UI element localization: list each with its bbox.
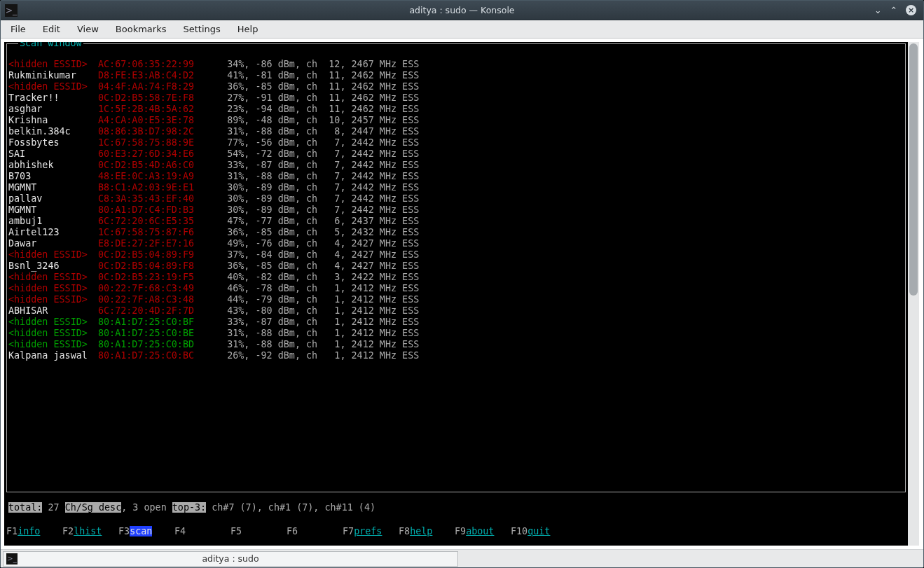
network-row[interactable]: Airtel123 1C:67:58:75:87:F6 36%, -85 dBm…	[8, 227, 904, 238]
summary-sort: Ch/Sg desc	[65, 502, 122, 513]
essid: MGMNT	[8, 205, 98, 216]
network-stats: 27%, -91 dBm, ch 11, 2462 MHz ESS	[210, 92, 419, 103]
network-stats: 31%, -88 dBm, ch 1, 2412 MHz ESS	[210, 339, 419, 349]
network-row[interactable]: <hidden ESSID> 00:22:7F:A8:C3:48 44%, -7…	[8, 294, 904, 305]
network-row[interactable]: B703 48:EE:0C:A3:19:A9 31%, -88 dBm, ch …	[8, 171, 904, 182]
minimize-button[interactable]: ⌄	[874, 5, 881, 15]
network-stats: 89%, -48 dBm, ch 10, 2457 MHz ESS	[210, 115, 419, 125]
network-row[interactable]: asghar 1C:5F:2B:4B:5A:62 23%, -94 dBm, c…	[8, 104, 904, 115]
f10-quit[interactable]: F10quit	[511, 526, 567, 537]
network-stats: 37%, -84 dBm, ch 4, 2427 MHz ESS	[210, 249, 419, 260]
terminal[interactable]: Scan window <hidden ESSID> AC:67:06:35:2…	[4, 42, 908, 546]
network-row[interactable]: <hidden ESSID> 0C:D2:B5:04:89:F9 37%, -8…	[8, 249, 904, 261]
network-row[interactable]: <hidden ESSID> 04:4F:AA:74:F8:29 36%, -8…	[8, 81, 904, 92]
essid: SAI	[8, 148, 98, 160]
essid: ABHISAR	[8, 305, 98, 317]
network-stats: 49%, -76 dBm, ch 4, 2427 MHz ESS	[210, 238, 419, 249]
maximize-button[interactable]: ⌃	[890, 5, 897, 15]
network-stats: 31%, -88 dBm, ch 1, 2412 MHz ESS	[210, 328, 419, 338]
f2-lhist[interactable]: F2lhist	[62, 526, 118, 537]
summary-total-value: 27	[42, 502, 64, 513]
tab-title: aditya : sudo	[202, 553, 258, 564]
f1-info[interactable]: F1info	[6, 526, 62, 537]
network-row[interactable]: <hidden ESSID> 80:A1:D7:25:C0:BE 31%, -8…	[8, 328, 904, 339]
menu-help[interactable]: Help	[229, 22, 267, 36]
mac-address: E8:DE:27:2F:E7:16	[98, 238, 210, 249]
network-stats: 36%, -85 dBm, ch 11, 2462 MHz ESS	[210, 81, 419, 92]
f7-prefs[interactable]: F7prefs	[343, 526, 399, 537]
f3-scan[interactable]: F3scan	[118, 526, 174, 537]
mac-address: 0C:D2:B5:23:19:F5	[98, 272, 210, 283]
network-row[interactable]: Bsnl_3246 0C:D2:B5:04:89:F8 36%, -85 dBm…	[8, 261, 904, 272]
network-stats: 30%, -89 dBm, ch 7, 2442 MHz ESS	[210, 193, 419, 204]
network-stats: 43%, -80 dBm, ch 1, 2412 MHz ESS	[210, 305, 419, 316]
mac-address: 0C:D2:B5:4D:A6:C0	[98, 160, 210, 171]
network-row[interactable]: Fossbytes 1C:67:58:75:88:9E 77%, -56 dBm…	[8, 137, 904, 148]
scrollbar[interactable]	[908, 42, 919, 546]
f9-about[interactable]: F9about	[455, 526, 511, 537]
network-row[interactable]: <hidden ESSID> 00:22:7F:68:C3:49 46%, -7…	[8, 283, 904, 294]
essid: <hidden ESSID>	[8, 328, 98, 339]
f8-help[interactable]: F8help	[399, 526, 455, 537]
essid: Kalpana jaswal	[8, 350, 98, 361]
essid: <hidden ESSID>	[8, 317, 98, 328]
menubar: File Edit View Bookmarks Settings Help	[1, 20, 923, 39]
mac-address: 1C:67:58:75:88:9E	[98, 137, 210, 148]
mac-address: 6C:72:20:4D:2F:7D	[98, 305, 210, 317]
network-stats: 30%, -89 dBm, ch 7, 2442 MHz ESS	[210, 205, 419, 215]
network-row[interactable]: Dawar E8:DE:27:2F:E7:16 49%, -76 dBm, ch…	[8, 238, 904, 249]
f5[interactable]: F5	[230, 526, 287, 537]
network-stats: 31%, -88 dBm, ch 8, 2447 MHz ESS	[210, 126, 419, 137]
essid: Rukminikumar	[8, 70, 98, 81]
mac-address: 80:A1:D7:25:C0:BC	[98, 350, 210, 361]
network-row[interactable]: abhishek 0C:D2:B5:4D:A6:C0 33%, -87 dBm,…	[8, 160, 904, 171]
scrollbar-thumb[interactable]	[909, 43, 918, 296]
menu-edit[interactable]: Edit	[34, 22, 69, 36]
menu-view[interactable]: View	[69, 22, 107, 36]
titlebar[interactable]: >_ aditya : sudo — Konsole ⌄ ⌃ ×	[1, 1, 923, 20]
network-row[interactable]: ambuj1 6C:72:20:6C:E5:35 47%, -77 dBm, c…	[8, 216, 904, 227]
mac-address: C8:3A:35:43:EF:40	[98, 193, 210, 205]
summary-total-label: total:	[8, 502, 42, 513]
network-row[interactable]: Rukminikumar D8:FE:E3:AB:C4:D2 41%, -81 …	[8, 70, 904, 81]
mac-address: 08:86:3B:D7:98:2C	[98, 126, 210, 137]
network-list: <hidden ESSID> AC:67:06:35:22:99 34%, -8…	[8, 59, 904, 361]
menu-file[interactable]: File	[2, 22, 34, 36]
essid: Airtel123	[8, 227, 98, 238]
summary-top3-label: top-3:	[172, 502, 206, 513]
network-row[interactable]: MGMNT B8:C1:A2:03:9E:E1 30%, -89 dBm, ch…	[8, 182, 904, 193]
network-row[interactable]: Kalpana jaswal 80:A1:D7:25:C0:BC 26%, -9…	[8, 350, 904, 361]
network-row[interactable]: <hidden ESSID> 0C:D2:B5:23:19:F5 40%, -8…	[8, 272, 904, 283]
essid: Fossbytes	[8, 137, 98, 148]
network-row[interactable]: belkin.384c 08:86:3B:D7:98:2C 31%, -88 d…	[8, 126, 904, 137]
network-row[interactable]: pallav C8:3A:35:43:EF:40 30%, -89 dBm, c…	[8, 193, 904, 205]
essid: Bsnl_3246	[8, 261, 98, 272]
menu-settings[interactable]: Settings	[174, 22, 228, 36]
network-row[interactable]: Krishna A4:CA:A0:E5:3E:78 89%, -48 dBm, …	[8, 115, 904, 126]
f6[interactable]: F6	[287, 526, 343, 537]
network-row[interactable]: Tracker!! 0C:D2:B5:58:7E:F8 27%, -91 dBm…	[8, 92, 904, 104]
network-stats: 47%, -77 dBm, ch 6, 2437 MHz ESS	[210, 216, 419, 226]
network-row[interactable]: <hidden ESSID> AC:67:06:35:22:99 34%, -8…	[8, 59, 904, 70]
network-stats: 41%, -81 dBm, ch 11, 2462 MHz ESS	[210, 70, 419, 81]
close-button[interactable]: ×	[906, 5, 916, 15]
mac-address: D8:FE:E3:AB:C4:D2	[98, 70, 210, 81]
network-row[interactable]: SAI 60:E3:27:6D:34:E6 54%, -72 dBm, ch 7…	[8, 148, 904, 160]
mac-address: B8:C1:A2:03:9E:E1	[98, 182, 210, 193]
f4[interactable]: F4	[174, 526, 230, 537]
window-controls: ⌄ ⌃ ×	[874, 5, 923, 15]
network-row[interactable]: MGMNT 80:A1:D7:C4:FD:B3 30%, -89 dBm, ch…	[8, 205, 904, 216]
essid: Tracker!!	[8, 92, 98, 104]
network-row[interactable]: <hidden ESSID> 80:A1:D7:25:C0:BD 31%, -8…	[8, 339, 904, 350]
tab-bar: >_ aditya : sudo	[1, 549, 923, 567]
network-row[interactable]: <hidden ESSID> 80:A1:D7:25:C0:BF 33%, -8…	[8, 317, 904, 328]
essid: ambuj1	[8, 216, 98, 227]
essid: abhishek	[8, 160, 98, 171]
mac-address: 80:A1:D7:25:C0:BF	[98, 317, 210, 328]
essid: B703	[8, 171, 98, 182]
terminal-tab[interactable]: >_ aditya : sudo	[3, 551, 458, 567]
menu-bookmarks[interactable]: Bookmarks	[107, 22, 175, 36]
network-stats: 46%, -78 dBm, ch 1, 2412 MHz ESS	[210, 283, 419, 293]
summary-open: , 3 open	[121, 502, 172, 513]
network-row[interactable]: ABHISAR 6C:72:20:4D:2F:7D 43%, -80 dBm, …	[8, 305, 904, 317]
